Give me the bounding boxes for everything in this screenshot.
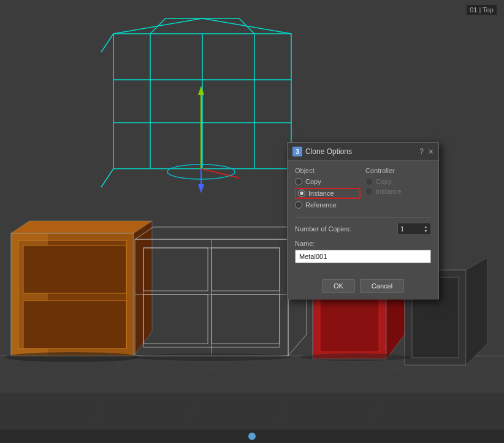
dialog-title: Clone Options — [305, 147, 352, 156]
copies-value: 1 — [400, 225, 404, 233]
ctrl-copy-radio-row: Copy — [365, 178, 431, 185]
status-indicator — [248, 433, 256, 440]
reference-radio-row[interactable]: Reference — [295, 201, 361, 209]
instance-radio-label: Instance — [308, 190, 334, 197]
cancel-button[interactable]: Cancel — [360, 279, 404, 293]
viewport-label: 01 | Top — [467, 5, 497, 15]
spinner-down[interactable]: ▼ — [424, 229, 428, 233]
instance-radio[interactable] — [298, 190, 305, 197]
name-label: Name: — [295, 240, 431, 247]
dialog-body: Object Copy Instance Reference — [288, 161, 438, 275]
svg-rect-36 — [23, 301, 126, 349]
copy-radio-label: Copy — [305, 178, 321, 185]
dialog-buttons: OK Cancel — [288, 275, 438, 299]
svg-rect-35 — [23, 245, 126, 293]
ctrl-instance-radio-row: Instance — [365, 188, 431, 195]
copy-radio[interactable] — [295, 178, 302, 185]
svg-point-55 — [132, 353, 291, 361]
dialog-sections: Object Copy Instance Reference — [295, 167, 431, 211]
copy-radio-row[interactable]: Copy — [295, 178, 361, 185]
svg-point-56 — [300, 353, 411, 361]
spinner-arrows[interactable]: ▲ ▼ — [424, 223, 428, 234]
svg-marker-34 — [11, 221, 152, 233]
clone-options-dialog: 3 Clone Options ? × Object Copy I — [287, 142, 439, 299]
ctrl-instance-label: Instance — [376, 188, 402, 195]
ctrl-copy-radio — [365, 178, 373, 185]
controller-header: Controller — [365, 167, 431, 174]
copies-label: Number of Copies: — [295, 225, 351, 233]
spinner-up[interactable]: ▲ — [424, 225, 428, 229]
status-bar — [0, 430, 504, 443]
dialog-close-button[interactable]: × — [429, 147, 433, 156]
ok-button[interactable]: OK — [322, 279, 355, 293]
name-section: Name: — [295, 240, 431, 263]
instance-highlight-box: Instance — [295, 188, 361, 199]
name-input[interactable] — [295, 250, 431, 263]
object-section: Object Copy Instance Reference — [295, 167, 361, 211]
svg-point-54 — [5, 352, 140, 362]
dialog-titlebar: 3 Clone Options ? × — [288, 143, 438, 161]
ctrl-copy-label: Copy — [376, 178, 392, 185]
ctrl-instance-radio — [365, 188, 373, 195]
reference-radio-label: Reference — [305, 201, 337, 209]
controller-section: Controller Copy Instance — [365, 167, 431, 211]
object-header: Object — [295, 167, 361, 174]
copies-spinner[interactable]: 1 ▲ ▼ — [397, 223, 431, 235]
svg-rect-10 — [0, 393, 504, 430]
reference-radio[interactable] — [295, 201, 302, 209]
dialog-controls[interactable]: ? × — [419, 147, 433, 156]
divider — [295, 217, 431, 218]
dialog-help-button[interactable]: ? — [419, 147, 424, 156]
dialog-app-icon: 3 — [292, 147, 302, 156]
copies-field-row: Number of Copies: 1 ▲ ▼ — [295, 223, 431, 235]
dialog-title-left: 3 Clone Options — [292, 147, 352, 156]
